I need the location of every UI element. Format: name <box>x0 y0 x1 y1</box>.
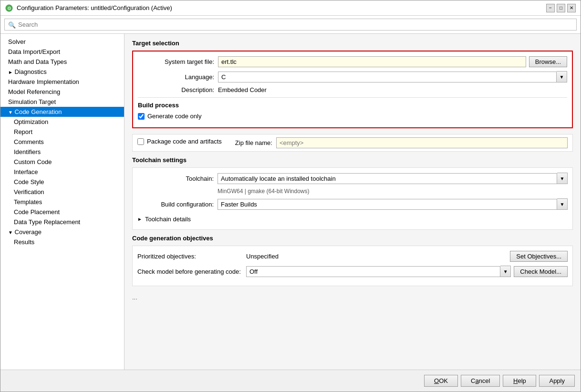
toolchain-control: ▼ <box>218 173 568 184</box>
build-config-row: Build configuration: ▼ <box>137 198 568 210</box>
apply-button[interactable]: Apply <box>539 375 575 387</box>
check-model-select-wrap: ▼ <box>246 266 511 277</box>
sidebar-item-custom-code[interactable]: Custom Code <box>0 157 124 167</box>
diagnostics-arrow: ► <box>8 70 13 75</box>
sidebar-item-coverage[interactable]: ▼ Coverage <box>0 227 124 237</box>
system-target-file-control: Browse... <box>218 56 567 67</box>
code-generation-arrow: ▼ <box>8 110 13 115</box>
title-bar: ⚙ Configuration Parameters: untitled/Con… <box>0 0 581 16</box>
sidebar-item-diagnostics[interactable]: ► Diagnostics <box>0 67 124 77</box>
window-controls: − □ ✕ <box>546 4 576 12</box>
help-button[interactable]: Help <box>503 375 536 387</box>
language-select-wrap: ▼ <box>218 71 567 83</box>
package-code-checkbox[interactable] <box>137 138 144 145</box>
apply-label: Apply <box>549 377 565 384</box>
minimize-button[interactable]: − <box>546 4 555 12</box>
main-area: Solver Data Import/Export Math and Data … <box>0 34 581 370</box>
target-selection-box: System target file: Browse... Language: … <box>132 51 573 128</box>
toolchain-label: Toolchain: <box>137 175 214 182</box>
sidebar-item-data-import-export[interactable]: Data Import/Export <box>0 47 124 57</box>
toolchain-select-wrap: ▼ <box>218 173 568 184</box>
package-code-row: Package code and artifacts Zip file name… <box>132 134 573 152</box>
check-model-input[interactable] <box>246 266 500 277</box>
close-button[interactable]: ✕ <box>567 4 576 12</box>
sidebar-item-interface[interactable]: Interface <box>0 167 124 177</box>
check-model-dropdown-arrow[interactable]: ▼ <box>500 266 511 277</box>
search-icon: 🔍 <box>8 21 16 28</box>
sidebar-item-report[interactable]: Report <box>0 127 124 137</box>
help-label: Help <box>513 377 526 384</box>
objectives-box: Prioritized objectives: Unspecified Set … <box>132 246 573 286</box>
check-model-row: Check model before generating code: ▼ Ch… <box>137 266 568 277</box>
sidebar-item-hardware-impl[interactable]: Hardware Implementation <box>0 77 124 87</box>
sidebar-item-code-generation[interactable]: ▼ Code Generation <box>0 107 124 117</box>
sidebar-item-model-referencing[interactable]: Model Referencing <box>0 87 124 97</box>
code-gen-objectives-title: Code generation objectives <box>132 235 573 242</box>
zip-file-name-input[interactable] <box>276 137 568 148</box>
sidebar-item-data-type-replacement[interactable]: Data Type Replacement <box>0 217 124 227</box>
target-selection-title: Target selection <box>132 40 573 47</box>
coverage-arrow: ▼ <box>8 230 13 235</box>
system-target-file-input[interactable] <box>218 56 526 67</box>
check-model-control: ▼ Check Model... <box>246 266 568 277</box>
build-config-input[interactable] <box>218 199 557 210</box>
toolchain-select-input[interactable] <box>218 173 557 184</box>
description-value: Embedded Coder <box>218 86 267 93</box>
sidebar-item-optimization[interactable]: Optimization <box>0 117 124 127</box>
cancel-button[interactable]: Cancel <box>461 375 500 387</box>
search-bar: 🔍 <box>0 16 581 34</box>
build-process-title: Build process <box>138 102 567 109</box>
toolchain-inner: Toolchain: ▼ MinGW64 | gmake (64-bit Win… <box>132 167 573 230</box>
toolchain-dropdown-arrow[interactable]: ▼ <box>557 173 568 184</box>
svg-text:⚙: ⚙ <box>7 6 11 11</box>
generate-code-only-checkbox[interactable] <box>138 113 145 120</box>
sidebar: Solver Data Import/Export Math and Data … <box>0 34 124 370</box>
generate-code-only-label: Generate code only <box>147 113 201 120</box>
toolchain-settings-section: Toolchain settings Toolchain: ▼ MinGW64 … <box>132 156 573 230</box>
sidebar-item-results[interactable]: Results <box>0 237 124 247</box>
sidebar-item-solver[interactable]: Solver <box>0 37 124 47</box>
system-target-file-row: System target file: Browse... <box>138 56 567 67</box>
search-wrapper: 🔍 <box>4 19 577 31</box>
search-input[interactable] <box>4 19 577 31</box>
ellipsis-row: ... <box>132 291 573 304</box>
sidebar-item-math-data-types[interactable]: Math and Data Types <box>0 57 124 67</box>
sidebar-item-comments[interactable]: Comments <box>0 137 124 147</box>
build-config-control: ▼ <box>218 198 568 210</box>
window-title: Configuration Parameters: untitled/Confi… <box>17 4 172 11</box>
prioritized-obj-value: Unspecified <box>246 253 506 260</box>
zip-file-wrap: Zip file name: <box>235 137 568 148</box>
package-code-checkbox-row: Package code and artifacts <box>137 138 222 145</box>
toolchain-settings-title: Toolchain settings <box>132 156 573 164</box>
language-input[interactable] <box>218 72 557 83</box>
system-target-file-label: System target file: <box>138 58 214 65</box>
generate-code-only-row: Generate code only <box>138 113 567 120</box>
sidebar-item-code-style[interactable]: Code Style <box>0 177 124 187</box>
check-model-button[interactable]: Check Model... <box>514 266 568 277</box>
toolchain-details-row: ► Toolchain details <box>137 214 568 225</box>
maximize-button[interactable]: □ <box>557 4 565 12</box>
build-config-dropdown-arrow[interactable]: ▼ <box>557 198 568 210</box>
sidebar-item-simulation-target[interactable]: Simulation Target <box>0 97 124 107</box>
divider-1 <box>138 97 567 98</box>
description-row: Description: Embedded Coder <box>138 86 567 93</box>
prioritized-obj-row: Prioritized objectives: Unspecified Set … <box>137 251 568 262</box>
language-control: ▼ <box>218 71 567 83</box>
sidebar-item-verification[interactable]: Verification <box>0 187 124 197</box>
sidebar-item-templates[interactable]: Templates <box>0 197 124 207</box>
browse-button[interactable]: Browse... <box>529 56 567 67</box>
sidebar-item-identifiers[interactable]: Identifiers <box>0 147 124 157</box>
description-control: Embedded Coder <box>218 86 567 93</box>
cancel-label: Cancel <box>471 377 490 384</box>
set-objectives-button[interactable]: Set Objectives... <box>510 251 568 262</box>
language-dropdown-arrow[interactable]: ▼ <box>557 71 567 83</box>
sidebar-item-code-placement[interactable]: Code Placement <box>0 207 124 217</box>
ok-button[interactable]: OOK <box>424 375 458 387</box>
zip-file-name-label: Zip file name: <box>235 139 272 146</box>
build-config-label: Build configuration: <box>137 201 214 208</box>
toolchain-details-arrow[interactable]: ► <box>137 217 142 222</box>
language-label: Language: <box>138 73 214 81</box>
toolchain-details-label[interactable]: Toolchain details <box>145 216 191 223</box>
main-window: ⚙ Configuration Parameters: untitled/Con… <box>0 0 581 392</box>
prioritized-obj-label: Prioritized objectives: <box>137 253 242 260</box>
